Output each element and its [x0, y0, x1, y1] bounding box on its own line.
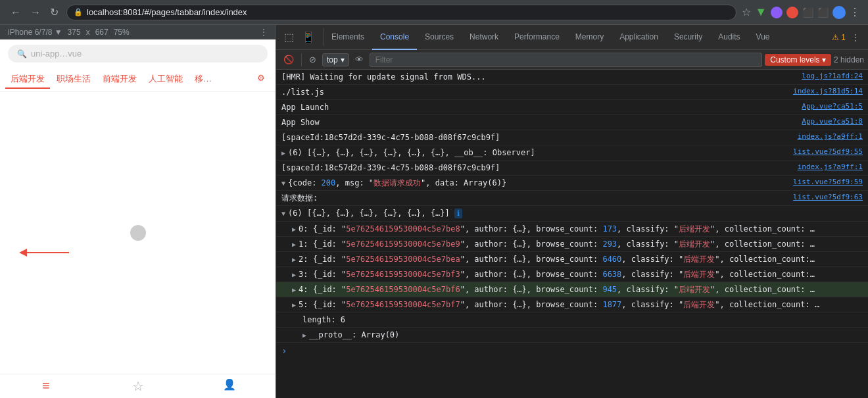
eye-button[interactable]: 👁	[352, 53, 367, 66]
console-line: ▶ 4: {_id: "5e762546159530004c5e7bf6", a…	[276, 282, 868, 297]
device-more[interactable]: ⋮	[260, 28, 268, 37]
console-output-panel: [HMR] Waiting for update signal from WDS…	[276, 70, 868, 398]
devtools-panel: ⬚ 📱 Elements Console Sources Network Per…	[276, 25, 868, 398]
phone-bottom-tab-star[interactable]: ☆	[92, 378, 184, 394]
expand-triangle[interactable]: ▼	[281, 209, 285, 218]
phone-bottom-tab-profile[interactable]: 👤	[183, 378, 276, 394]
expand-triangle[interactable]: ▶	[302, 330, 306, 340]
devtools-header: ⬚ 📱 Elements Console Sources Network Per…	[276, 25, 868, 50]
hidden-count: 2 hidden	[834, 55, 864, 64]
console-text: 5: {_id: "5e762546159530004c5e7bf7", aut…	[299, 299, 863, 311]
console-text: (6) [{…}, {…}, {…}, {…}, {…}, {…}] ℹ	[288, 207, 863, 220]
search-icon: 🔍	[17, 49, 27, 59]
tab-sources[interactable]: Sources	[417, 25, 462, 50]
forward-button[interactable]: →	[28, 5, 43, 20]
expand-triangle[interactable]: ▶	[292, 255, 296, 264]
device-selector[interactable]: iPhone 6/7/8 ▼	[8, 28, 62, 37]
console-text: {code: 200, msg: "数据请求成功", data: Array(6…	[288, 177, 777, 189]
console-text: 3: {_id: "5e762546159530004c5e7bf3", aut…	[299, 268, 863, 280]
console-line: 请求数据: list.vue?5df9:63	[276, 191, 868, 206]
clear-console-button[interactable]: 🚫	[280, 53, 297, 66]
filter-input[interactable]	[370, 53, 763, 67]
console-line: ./list.js index.js?81d5:14	[276, 85, 868, 100]
source-link[interactable]: App.vue?ca51:8	[788, 116, 863, 128]
console-line: [HMR] Waiting for update signal from WDS…	[276, 70, 868, 85]
source-link[interactable]: list.vue?5df9:59	[780, 177, 863, 188]
source-link[interactable]: index.js?a9ff:1	[784, 162, 863, 173]
browser-actions: ☆ ▼ ⬛ ⬛ ⋮	[742, 5, 860, 19]
list-tab-icon: ≡	[42, 378, 50, 393]
console-line: ▶ 2: {_id: "5e762546159530004c5e7bea", a…	[276, 252, 868, 267]
phone-nav-item-backend[interactable]: 后端开发	[5, 70, 50, 89]
browser-chrome: ← → ↻ 🔒 localhost:8081/#/pages/tabbar/in…	[0, 0, 868, 25]
devtools-tabs-right: ⚠ 1 ⋮	[832, 30, 868, 45]
tab-performance[interactable]: Performance	[506, 25, 567, 50]
tab-application[interactable]: Application	[612, 25, 666, 50]
tab-elements[interactable]: Elements	[324, 25, 372, 50]
reload-button[interactable]: ↻	[47, 5, 61, 20]
phone-nav-item-frontend[interactable]: 前端开发	[97, 70, 142, 89]
profile-avatar	[832, 6, 846, 19]
source-link[interactable]: list.vue?5df9:63	[780, 192, 863, 203]
bookmark-button[interactable]: ☆	[742, 6, 751, 18]
source-link[interactable]: App.vue?ca51:5	[788, 101, 863, 112]
phone-screen: 🔍 uni-app…vue 后端开发 职场生活 前端开发 人工智能 移… ⚙	[0, 39, 276, 398]
context-selector[interactable]: top ▾	[322, 53, 349, 66]
console-prompt: ›	[276, 343, 868, 359]
console-toolbar: 🚫 ⊘ top ▾ 👁 Custom levels ▾ 2 hidden	[276, 50, 868, 70]
phone-nav-item-more[interactable]: 移…	[189, 70, 217, 89]
prompt-arrow: ›	[281, 345, 287, 356]
expand-triangle[interactable]: ▶	[292, 270, 296, 280]
tab-security[interactable]: Security	[666, 25, 710, 50]
expand-triangle[interactable]: ▼	[281, 178, 285, 188]
settings-icon[interactable]: ⚙	[252, 70, 270, 89]
device-toggle-button[interactable]: 📱	[299, 28, 318, 46]
devtools-more-button[interactable]: ⋮	[848, 30, 863, 45]
main-layout: iPhone 6/7/8 ▼ 375 x 667 75% ⋮ 🔍 uni-app…	[0, 25, 868, 398]
source-link[interactable]: index.js?81d5:14	[780, 86, 863, 97]
phone-nav-item-ai[interactable]: 人工智能	[143, 70, 188, 89]
console-line: App Show App.vue?ca51:8	[276, 115, 868, 130]
console-text: __proto__: Array(0)	[309, 329, 863, 341]
tab-console[interactable]: Console	[372, 25, 417, 50]
source-link[interactable]: index.js?a9ff:1	[784, 132, 863, 143]
ext-icon-1: ▼	[755, 5, 767, 19]
zoom-selector[interactable]: 75%	[114, 28, 130, 37]
phone-nav-item-career[interactable]: 职场生活	[51, 70, 96, 89]
console-line: ▼ {code: 200, msg: "数据请求成功", data: Array…	[276, 176, 868, 191]
phone-search-input[interactable]: 🔍 uni-app…vue	[8, 45, 268, 62]
expand-triangle[interactable]: ▶	[292, 239, 296, 249]
stop-button[interactable]: ⊘	[306, 53, 320, 66]
tab-vue[interactable]: Vue	[748, 25, 778, 50]
toolbar-separator-1	[301, 53, 302, 66]
phone-arrow	[20, 246, 72, 261]
console-text: length: 6	[302, 314, 863, 326]
expand-triangle[interactable]: ▶	[292, 300, 296, 310]
context-value: top	[327, 55, 338, 64]
ext-icon-2	[771, 7, 783, 18]
console-text: 1: {_id: "5e762546159530004c5e7be9", aut…	[299, 238, 863, 250]
back-button[interactable]: ←	[8, 5, 24, 20]
expand-triangle[interactable]: ▶	[292, 224, 296, 234]
source-link[interactable]: log.js?1afd:24	[788, 71, 863, 82]
expand-triangle[interactable]: ▶	[292, 285, 296, 295]
phone-search-area: 🔍 uni-app…vue	[0, 39, 276, 68]
console-text: App Launch	[281, 101, 786, 113]
device-toolbar: iPhone 6/7/8 ▼ 375 x 667 75% ⋮	[0, 25, 276, 39]
console-line: ▶ (6) [{…}, {…}, {…}, {…}, {…}, {…}, __o…	[276, 145, 868, 161]
tab-memory[interactable]: Memory	[567, 25, 612, 50]
more-button[interactable]: ⋮	[850, 6, 860, 18]
source-link[interactable]: list.vue?5df9:55	[780, 147, 863, 158]
console-line: ▼ (6) [{…}, {…}, {…}, {…}, {…}, {…}] ℹ	[276, 206, 868, 222]
custom-levels-button[interactable]: Custom levels ▾	[765, 54, 831, 66]
phone-bottom-tab-list[interactable]: ≡	[0, 378, 92, 394]
expand-triangle[interactable]: ▶	[281, 148, 285, 158]
inspect-button[interactable]: ⬚	[281, 28, 297, 46]
tab-audits[interactable]: Audits	[710, 25, 748, 50]
phone-nav: 后端开发 职场生活 前端开发 人工智能 移… ⚙	[0, 68, 276, 92]
tab-network[interactable]: Network	[462, 25, 506, 50]
address-bar[interactable]: 🔒 localhost:8081/#/pages/tabbar/index/in…	[66, 5, 736, 20]
console-output[interactable]: [HMR] Waiting for update signal from WDS…	[276, 70, 868, 398]
console-text: [spaceId:18c57d2d-339c-4c75-b088-d08f67c…	[281, 132, 782, 143]
height-value: 667	[95, 28, 108, 37]
